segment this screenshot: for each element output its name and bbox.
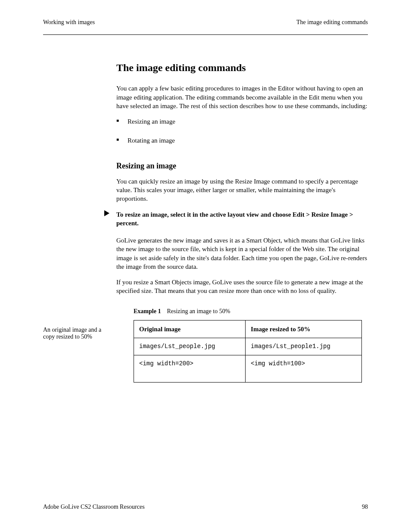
resize-explain-1: GoLive generates the new image and saves… <box>116 236 368 271</box>
bullet-item: Rotating an image <box>116 136 368 145</box>
col-resized: Image resized to 50% <box>246 320 362 338</box>
header-left: Working with images <box>43 19 95 26</box>
bullet-list: Resizing an image Rotating an image <box>116 117 368 145</box>
caption-label: Example 1 <box>134 308 161 314</box>
example-caption: Example 1 Resizing an image to 50% <box>134 308 368 316</box>
margin-note: An original image and a copy resized to … <box>43 327 112 340</box>
cell-original-path: images/Lst_people.jpg <box>134 338 246 355</box>
cell-resized-path: images/Lst_people1.jpg <box>246 338 362 355</box>
page: Working with images The image editing co… <box>0 0 411 532</box>
page-header: Working with images The image editing co… <box>43 19 368 26</box>
page-footer: Adobe GoLive CS2 Classroom Resources 98 <box>43 504 368 510</box>
procedure-step: To resize an image, select it in the act… <box>104 210 368 228</box>
cell-original-tag: <img width=200> <box>134 355 246 382</box>
footer-left: Adobe GoLive CS2 Classroom Resources <box>43 504 145 510</box>
header-right: The image editing commands <box>296 19 368 26</box>
step-text: To resize an image, select it in the act… <box>116 210 368 228</box>
table-header-row: Original image Image resized to 50% <box>134 320 362 338</box>
resize-example-table: Original image Image resized to 50% imag… <box>134 320 362 383</box>
col-original: Original image <box>134 320 246 338</box>
caption-text: Resizing an image to 50% <box>167 308 230 314</box>
footer-page-number: 98 <box>362 504 368 510</box>
triangle-bullet-icon <box>104 210 109 216</box>
resize-intro: You can quickly resize an image by using… <box>116 177 368 203</box>
resize-explain-2: If you resize a Smart Objects image, GoL… <box>116 278 368 296</box>
cell-resized-tag: <img width=100> <box>246 355 362 382</box>
table-row: <img width=200> <img width=100> <box>134 355 362 382</box>
table-row: images/Lst_people.jpg images/Lst_people1… <box>134 338 362 355</box>
section-heading: The image editing commands <box>116 61 368 75</box>
body-text: The image editing commands You can apply… <box>116 61 368 383</box>
subsection-heading: Resizing an image <box>116 161 368 171</box>
bullet-item: Resizing an image <box>116 117 368 126</box>
header-rule <box>43 34 368 35</box>
intro-paragraph: You can apply a few basic editing proced… <box>116 84 368 110</box>
